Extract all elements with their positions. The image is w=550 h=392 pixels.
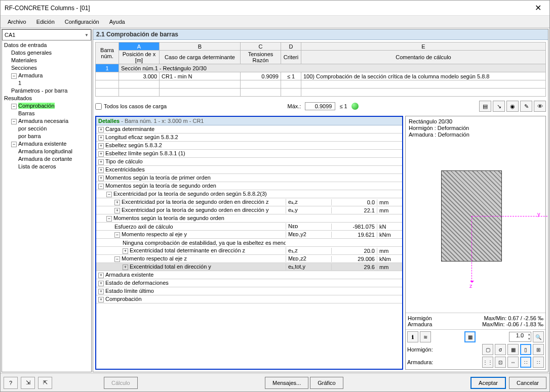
tree-materiales[interactable]: Materiales: [4, 57, 89, 64]
details-body[interactable]: +Carga determinante+Longitud eficaz segú…: [96, 125, 402, 369]
tree-arm-necesaria[interactable]: −Armadura necesaria: [4, 117, 89, 125]
detail-row[interactable]: +Estado de deformaciones: [96, 279, 402, 287]
section-canvas[interactable]: y z: [406, 140, 545, 313]
detail-row[interactable]: +Esbeltez límite según 5.8.3.1 (1): [96, 150, 402, 158]
all-cases-checkbox[interactable]: Todos los casos de carga: [95, 103, 167, 110]
tree-por-seccion[interactable]: por sección: [4, 125, 89, 133]
detail-row[interactable]: −Momento respecto al eje yMᴇᴅ,y219.621kN…: [96, 231, 402, 239]
detail-row[interactable]: +Tipo de cálculo: [96, 158, 402, 166]
tree-arm-existente[interactable]: −Armadura existente: [4, 140, 89, 148]
minus-icon[interactable]: −: [11, 119, 17, 124]
h-btn-5[interactable]: ⊞: [533, 344, 544, 355]
detail-row[interactable]: +Comprobación: [96, 295, 402, 303]
mensajes-button[interactable]: Mensajes...: [265, 377, 308, 389]
tree-arm-cortante[interactable]: Armadura de cortante: [4, 155, 89, 163]
h-btn-2[interactable]: σ: [495, 344, 506, 355]
export-icon[interactable]: ⇲: [21, 377, 35, 389]
a-btn-2[interactable]: ⊡: [495, 357, 506, 368]
tree-secciones[interactable]: Secciones: [4, 64, 89, 72]
plus-icon[interactable]: +: [114, 200, 120, 205]
plus-icon[interactable]: +: [123, 265, 128, 270]
plus-icon[interactable]: +: [123, 248, 128, 254]
h-btn-1[interactable]: ▢: [482, 344, 493, 355]
plus-icon[interactable]: +: [98, 176, 104, 181]
detail-row[interactable]: +Excentricidad total en dirección ye₂,to…: [96, 263, 402, 271]
tree-barras[interactable]: Barras: [4, 110, 89, 117]
cancelar-button[interactable]: Cancelar: [509, 377, 546, 389]
calculo-button[interactable]: Cálculo: [104, 377, 138, 389]
h-btn-4[interactable]: ▯: [520, 344, 531, 355]
menu-configuracion[interactable]: Configuración: [60, 17, 104, 26]
detail-row[interactable]: +Excentricidad total determinante en dir…: [96, 247, 402, 255]
minus-icon[interactable]: −: [98, 184, 104, 189]
detail-row[interactable]: −Momento respecto al eje zMᴇᴅ,z229.006kN…: [96, 255, 402, 263]
detail-row[interactable]: +Armadura existente: [96, 271, 402, 279]
tb-btn-1[interactable]: ▤: [479, 101, 491, 112]
col-a[interactable]: A: [119, 42, 160, 51]
tb-btn-2[interactable]: ↘: [493, 101, 505, 112]
info-icon[interactable]: ℹ: [407, 331, 418, 342]
tree-armadura-1[interactable]: 1: [4, 79, 89, 87]
case-dropdown[interactable]: CA1 ▼: [2, 29, 91, 40]
detail-row[interactable]: −Momentos según la teoría de segundo ord…: [96, 214, 402, 223]
import-icon[interactable]: ⇱: [38, 377, 52, 389]
plus-icon[interactable]: +: [98, 135, 104, 141]
detail-row[interactable]: Esfuerzo axil de cálculoNᴇᴅ-981.075kN: [96, 223, 402, 231]
tree-lista-aceros[interactable]: Lista de aceros: [4, 163, 89, 170]
plus-icon[interactable]: +: [98, 127, 104, 133]
plus-icon[interactable]: +: [98, 159, 104, 165]
row-num[interactable]: 1: [96, 64, 119, 72]
h-btn-3[interactable]: ▦: [507, 344, 519, 355]
col-d[interactable]: D: [281, 42, 301, 51]
tree-comprobacion[interactable]: −Comprobación: [4, 102, 89, 110]
col-b[interactable]: B: [160, 42, 241, 51]
aceptar-button[interactable]: Aceptar: [470, 377, 506, 389]
plus-icon[interactable]: +: [98, 151, 104, 157]
tree-datos-entrada[interactable]: Datos de entrada: [4, 41, 89, 49]
plus-icon[interactable]: +: [98, 281, 104, 286]
a-btn-4[interactable]: ∷: [520, 357, 531, 368]
minus-icon[interactable]: −: [114, 256, 120, 262]
layers-icon[interactable]: ≋: [420, 331, 431, 342]
detail-row[interactable]: Ninguna comprobación de estabilidad, ya …: [96, 239, 402, 247]
help-icon[interactable]: ?: [4, 377, 18, 389]
detail-row[interactable]: +Excentricidades: [96, 166, 402, 174]
detail-row[interactable]: +Esbeltez según 5.8.3.2: [96, 142, 402, 150]
plus-icon[interactable]: +: [114, 208, 120, 213]
plus-icon[interactable]: +: [98, 289, 104, 294]
detail-row[interactable]: +Carga determinante: [96, 125, 402, 134]
table-row[interactable]: 3.000 CR1 - min N 0.9099 ≤ 1 100) Compro…: [96, 72, 546, 80]
a-btn-3[interactable]: ◦◦: [507, 357, 519, 368]
minus-icon[interactable]: −: [11, 73, 17, 79]
detail-row[interactable]: −Excentricidad por la teoría de segundo …: [96, 190, 402, 198]
detail-row[interactable]: +Longitud eficaz según 5.8.3.2: [96, 134, 402, 142]
tb-btn-3[interactable]: ◉: [506, 101, 519, 112]
tree-armadura[interactable]: −Armadura: [4, 72, 89, 79]
tb-btn-4[interactable]: ✎: [520, 101, 532, 112]
minus-icon[interactable]: −: [11, 104, 17, 109]
close-icon[interactable]: ✕: [531, 3, 545, 13]
menu-archivo[interactable]: Archivo: [3, 17, 31, 26]
col-c[interactable]: C: [241, 42, 281, 51]
minus-icon[interactable]: −: [106, 192, 112, 197]
detail-row[interactable]: +Estado límite último: [96, 287, 402, 295]
eye-icon[interactable]: 👁: [534, 101, 546, 112]
grafico-button[interactable]: Gráfico: [310, 377, 343, 389]
plus-icon[interactable]: +: [98, 273, 104, 278]
hatch-icon[interactable]: ▦: [464, 331, 476, 342]
nav-tree[interactable]: Datos de entrada Datos generales Materia…: [2, 40, 91, 372]
a-btn-5[interactable]: ∷: [533, 357, 544, 368]
zoom-icon[interactable]: 🔍: [533, 331, 544, 342]
menu-edicion[interactable]: Edición: [31, 17, 60, 26]
tree-por-barra[interactable]: por barra: [4, 133, 89, 140]
menu-ayuda[interactable]: Ayuda: [104, 17, 130, 26]
results-table[interactable]: Barra núm. A B C D E Posición de x [m] C…: [95, 42, 546, 97]
scale-spinner[interactable]: 1.0: [509, 332, 531, 342]
minus-icon[interactable]: −: [114, 232, 120, 238]
detail-row[interactable]: +Momentos según la teoría de primer orde…: [96, 174, 402, 182]
col-e[interactable]: E: [301, 42, 546, 51]
all-cases-input[interactable]: [95, 103, 102, 110]
tree-parametros[interactable]: Parámetros - por barra: [4, 87, 89, 95]
tree-arm-long[interactable]: Armadura longitudinal: [4, 148, 89, 155]
minus-icon[interactable]: −: [11, 142, 17, 147]
